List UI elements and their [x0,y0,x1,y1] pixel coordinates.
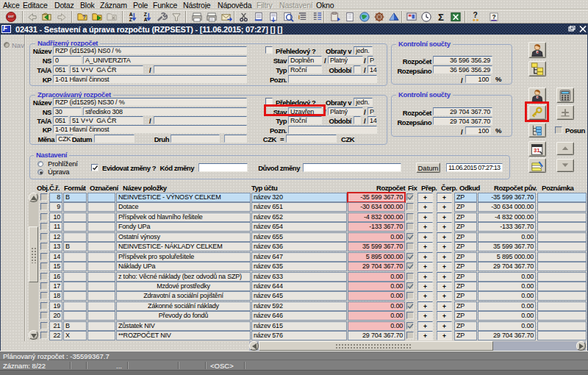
svg-text:?: ? [82,14,86,21]
svg-text:Z: Z [144,12,147,17]
svg-text:?: ? [473,11,477,19]
svg-text:A: A [129,12,133,17]
svg-text:Z: Z [129,17,132,22]
svg-text:Σ: Σ [438,12,444,23]
svg-text:31: 31 [534,147,540,154]
svg-text:?: ? [492,13,495,21]
svg-text:EXIT: EXIT [8,15,14,18]
